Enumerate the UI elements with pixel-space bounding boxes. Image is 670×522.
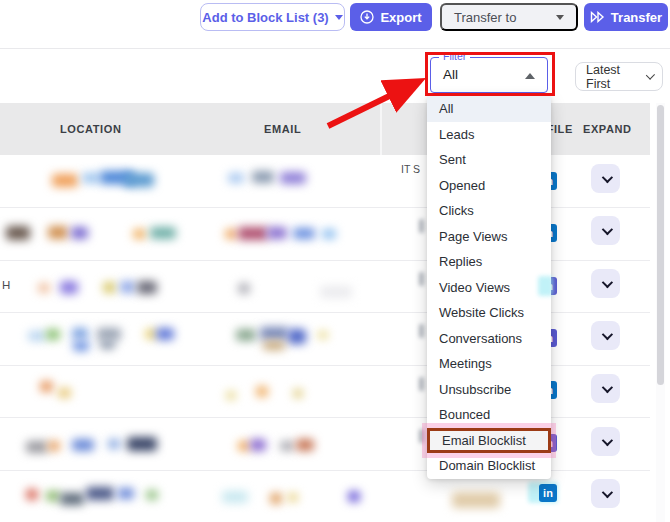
redacted-blob [238,283,250,294]
expand-row-button[interactable] [591,164,620,193]
redacted-blob [236,329,256,341]
redacted-blob [73,341,89,351]
scrollbar-thumb[interactable] [657,105,664,385]
chevron-down-icon [601,328,612,339]
redacted-blob [72,328,88,339]
drag-handle-icon [419,324,424,338]
redacted-blob [26,489,38,500]
sort-order-select[interactable]: Latest First [575,62,663,91]
redacted-blob [46,491,60,501]
redacted-blob [72,439,94,451]
menu-item-conversations[interactable]: Conversations [427,326,551,352]
row-divider [0,260,650,261]
redacted-blob [103,282,116,293]
column-header-location: LOCATION [60,123,121,135]
expand-row-button[interactable] [591,374,620,403]
menu-item-bounced[interactable]: Bounced [427,402,551,428]
redacted-blob [288,493,298,502]
add-to-block-list-label: Add to Block List (3) [202,10,328,25]
caret-up-icon [525,73,535,79]
redacted-blob [238,441,250,451]
menu-item-replies[interactable]: Replies [427,249,551,275]
expand-row-button[interactable] [591,427,620,456]
caret-down-icon [556,15,564,20]
menu-item-meetings[interactable]: Meetings [427,351,551,377]
redacted-blob [288,329,306,344]
redacted-blob [118,488,134,499]
redacted-blob [252,171,274,183]
redacted-blob [38,283,50,293]
redacted-blob [320,286,352,298]
row-divider [0,312,650,313]
redacted-blob [48,441,60,451]
row-divider [0,207,650,208]
export-label: Export [380,10,421,25]
caret-down-icon [335,15,343,20]
menu-item-sent[interactable]: Sent [427,147,551,173]
redacted-blob [82,173,100,183]
transfer-label: Transfer [611,10,662,25]
redacted-blob [256,386,268,397]
redacted-blob [280,441,294,451]
redacted-blob [71,227,88,239]
menu-item-page-views[interactable]: Page Views [427,224,551,250]
redacted-blob [222,491,248,503]
chevron-down-icon [601,381,612,392]
redacted-blob [293,228,315,239]
filter-select[interactable]: Filter All [430,57,548,93]
export-button[interactable]: Export [350,3,432,31]
app-window: IT S H [0,0,670,522]
filter-dropdown-menu: All Leads Sent Opened Clicks Page Views … [427,96,551,479]
transfer-to-select[interactable]: Transfer to [440,3,578,31]
menu-item-website-clicks[interactable]: Website Clicks [427,300,551,326]
redacted-blob [250,439,266,451]
chevron-down-icon [601,486,612,497]
redacted-blob [146,490,158,500]
redacted-blob [46,329,60,340]
redacted-blob [124,173,154,187]
add-to-block-list-button[interactable]: Add to Block List (3) [200,3,345,31]
redacted-blob [60,493,84,505]
redacted-blob [318,331,328,339]
menu-item-opened[interactable]: Opened [427,173,551,199]
menu-item-domain-blocklist[interactable]: Domain Blocklist [427,453,551,479]
menu-item-email-blocklist[interactable]: Email Blocklist [427,428,551,454]
menu-item-clicks[interactable]: Clicks [427,198,551,224]
row-divider [0,417,650,418]
transfer-to-label: Transfer to [454,10,516,25]
table-header: LOCATION EMAIL PROFILE EXPAND [0,103,650,155]
redacted-blob [127,437,157,451]
row-divider [0,365,650,366]
chevron-down-icon [601,223,612,234]
transfer-button[interactable]: Transfer [584,3,668,31]
expand-row-button[interactable] [591,479,620,508]
redacted-blob [40,381,53,392]
drag-handle-icon [419,219,424,233]
chevron-down-icon [646,70,655,79]
column-header-expand: EXPAND [583,123,632,135]
menu-item-leads[interactable]: Leads [427,122,551,148]
redacted-blob [137,281,157,294]
redacted-blob [120,281,135,293]
vertical-scrollbar[interactable] [656,103,665,522]
industry-cell-text: IT S [401,163,420,175]
menu-item-video-views[interactable]: Video Views [427,275,551,301]
redacted-blob [238,227,268,240]
column-header-email: EMAIL [264,123,301,135]
expand-row-button[interactable] [591,321,620,350]
redacted-blob [100,340,115,349]
menu-item-unsubscribe[interactable]: Unsubscribe [427,377,551,403]
expand-row-button[interactable] [591,216,620,245]
linkedin-icon[interactable]: in [539,484,557,502]
chevron-down-icon [601,276,612,287]
redacted-blob [296,439,314,451]
redacted-blob [48,226,68,239]
drag-handle-icon [419,377,424,391]
toolbar: Add to Block List (3) Export Transfer to… [0,0,670,49]
redacted-blob [86,487,114,500]
drag-handle-icon [419,272,424,286]
redacted-blob [225,229,237,239]
redacted-blob [52,174,78,187]
expand-row-button[interactable] [591,269,620,298]
menu-item-all[interactable]: All [427,96,551,122]
